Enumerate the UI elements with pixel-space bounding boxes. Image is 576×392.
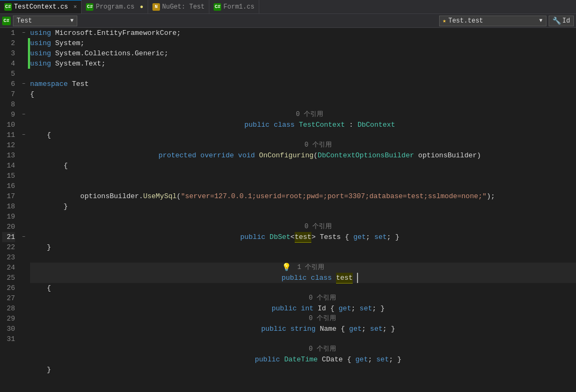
line-11-ref: 0 个引用 (274, 140, 331, 150)
fold-16 (19, 181, 28, 191)
fold-8 (19, 99, 28, 110)
line-num-28: 28 (2, 303, 15, 314)
code-line-1: using Microsoft.EntityFrameworkCore; (30, 28, 576, 38)
line-num-8: 8 (2, 99, 15, 110)
fold-19 (19, 212, 28, 222)
fold-27 (19, 293, 28, 303)
toolbar-member-value: Test.test (448, 17, 483, 25)
tab-nuget[interactable]: N NuGet: Test (148, 0, 209, 13)
ide-container: C# TestContext.cs C# Program.cs N NuGet:… (0, 0, 576, 392)
tab-testcontext[interactable]: C# TestContext.cs (0, 0, 82, 13)
fold-4 (19, 59, 28, 69)
toolbar-cs-icon: C# (2, 17, 11, 25)
code-line-22: { (30, 283, 576, 293)
ref-count-9: 0 个引用 (283, 110, 323, 120)
kw-get-23: get (339, 303, 351, 314)
code-line-6: namespace Test (30, 79, 576, 89)
kw-using-2: using (30, 38, 51, 48)
sp-26d: ; } (389, 354, 401, 365)
code-line-4: using System.Text; (30, 59, 576, 69)
toolbar-search-button[interactable]: 🔧 Id (549, 16, 574, 26)
sp-26a (280, 354, 285, 365)
toolbar-left: C# Test ▼ (2, 16, 437, 26)
sp-21b (332, 273, 336, 283)
code-line-23: 0 个引用 public int Id { get; set; } (30, 293, 576, 314)
line-num-10: 10 (2, 120, 15, 130)
code-line-27: } (30, 365, 576, 375)
tab-program[interactable]: C# Program.cs (82, 0, 148, 13)
code-line-21: 💡 1 个引用 public class test (30, 263, 576, 283)
tab-icon-form1: C# (214, 3, 221, 11)
indent-27: } (30, 365, 51, 375)
toolbar: C# Test ▼ ★ Test.test ▼ 🔧 Id (0, 14, 576, 28)
toolbar-member-dropdown[interactable]: ★ Test.test ▼ (439, 16, 546, 26)
sp-24d: ; } (383, 324, 395, 334)
line-num-2: 2 (2, 38, 15, 48)
tab-form1[interactable]: C# Form1.cs (209, 0, 259, 13)
fold-26 (19, 283, 28, 293)
brace-7: { (30, 89, 34, 99)
toolbar-scope-dropdown[interactable]: Test ▼ (13, 16, 77, 26)
kw-set-18: set (374, 232, 387, 242)
indent-15: optionsBuilder. (30, 191, 143, 201)
code-line-12: { (30, 161, 576, 171)
toolbar-right: ★ Test.test ▼ 🔧 Id (439, 16, 574, 26)
code-line-17 (30, 212, 576, 222)
ref-count-24: 0 个引用 (270, 314, 336, 324)
code-editor[interactable]: using Microsoft.EntityFrameworkCore; usi… (30, 28, 576, 392)
fold-6[interactable]: − (19, 79, 28, 89)
fold-9[interactable]: − (19, 110, 28, 120)
tab-close-program[interactable] (136, 4, 143, 10)
line-24-code: public string Name { get; set; } (211, 324, 395, 334)
toolbar-member-icon: ★ (443, 17, 447, 24)
cursor-21 (353, 273, 358, 283)
ns-name: Test (68, 79, 89, 89)
code-line-2: using System; (30, 38, 576, 48)
line-num-16: 16 (2, 181, 15, 191)
tab-label-program: Program.cs (96, 3, 134, 11)
line-num-21: 21 (2, 232, 15, 242)
line-9-code: public class TestContext : DbContext (211, 120, 395, 130)
kw-set-23: set (360, 303, 372, 314)
kw-get-18: get (353, 232, 366, 242)
indent-26 (205, 354, 255, 365)
wrench-icon: 🔧 (552, 17, 561, 25)
sp-18e: ; } (387, 232, 399, 242)
code-line-19: } (30, 242, 576, 252)
fold-24 (19, 263, 28, 273)
line-18-ref: 0 个引用 (274, 222, 331, 232)
sp-11a (196, 150, 201, 161)
kw-int-23: int (301, 303, 313, 314)
code-line-9: 0 个引用 public class TestContext : DbConte… (30, 110, 576, 130)
lightbulb-icon[interactable]: 💡 (282, 263, 291, 273)
highlight-test-18: test (295, 232, 311, 243)
fold-gutter: − − − − − (19, 28, 28, 392)
line-num-26: 26 (2, 283, 15, 293)
sp-24c: ; (362, 324, 370, 334)
fold-21[interactable]: − (19, 232, 28, 242)
fold-31 (19, 334, 28, 344)
code-line-26: 0 个引用 public DateTime CDate { get; set; … (30, 344, 576, 365)
code-line-5 (30, 69, 576, 79)
code-line-3: using System.Collections.Generic; (30, 48, 576, 59)
kw-public-18: public (240, 232, 265, 242)
indent-11 (125, 150, 158, 161)
editor: 1 2 3 4 5 6 7 8 9 10 11 12 13 14 15 16 1… (0, 28, 576, 392)
line-11-code: protected override void OnConfiguring(Db… (125, 150, 481, 161)
line-num-3: 3 (2, 48, 15, 59)
fold-11[interactable]: − (19, 130, 28, 140)
line-num-22: 22 (2, 242, 15, 252)
line-num-11: 11 (2, 130, 15, 140)
indent-10: { (30, 130, 51, 140)
indent-9 (211, 120, 244, 130)
code-lines: using Microsoft.EntityFrameworkCore; usi… (30, 28, 576, 392)
fold-1[interactable]: − (19, 28, 28, 38)
line-num-13: 13 (2, 150, 15, 161)
code-line-24: 0 个引用 public string Name { get; set; } (30, 314, 576, 334)
tab-close-testcontext[interactable] (70, 4, 77, 10)
sp-24b: Name { (316, 324, 349, 334)
fold-25 (19, 273, 28, 283)
type-testcontext: TestContext (299, 120, 345, 130)
ns-3: System.Collections.Generic; (51, 48, 168, 59)
sp-18c: > Tests { (311, 232, 353, 242)
